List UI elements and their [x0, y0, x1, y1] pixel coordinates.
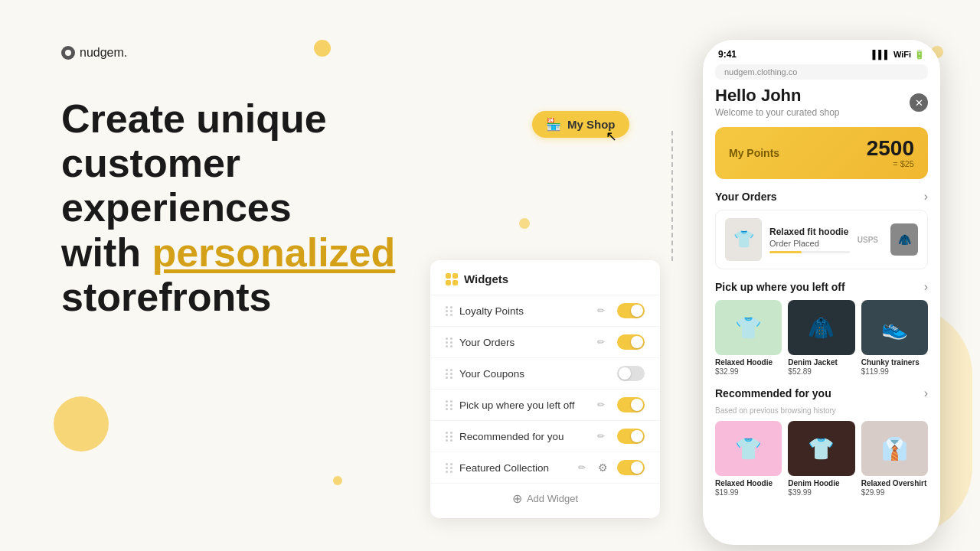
order-status-label: Order Placed	[769, 239, 850, 248]
product-card-chunky-trainers[interactable]: 👟 Chunky trainers $119.99	[861, 300, 928, 376]
toggle-recommended[interactable]	[617, 429, 645, 444]
logo-text: nudgem.	[80, 46, 127, 60]
phone-subtitle: Welcome to your curated shop	[715, 107, 928, 118]
toggle-your-coupons[interactable]	[617, 366, 645, 381]
product-price-relaxed-hoodie-rec: $19.99	[715, 488, 782, 497]
toggle-pick-up[interactable]	[617, 397, 645, 412]
drag-handle-pick-up[interactable]	[446, 400, 453, 410]
pick-up-product-grid: 👕 Relaxed Hoodie $32.99 🧥 Denim Jacket $…	[715, 300, 928, 376]
deco-circle-mid	[519, 218, 530, 229]
product-price-denim-jacket: $52.89	[788, 367, 854, 376]
product-name-denim-jacket: Denim Jacket	[788, 358, 854, 367]
product-img-chunky-trainers: 👟	[861, 300, 928, 355]
recommended-section-title: Recommended for you	[715, 387, 831, 399]
widget-item-your-orders[interactable]: Your Orders ✏	[430, 327, 660, 358]
product-price-denim-hoodie-rec: $39.99	[788, 488, 854, 497]
deco-circle-small	[333, 476, 342, 485]
pick-up-arrow-icon[interactable]: ›	[924, 280, 928, 294]
widget-panel: Widgets Loyalty Points ✏ Your Orders ✏ Y…	[430, 260, 660, 518]
gear-icon-featured-collection[interactable]: ⚙	[598, 461, 608, 474]
product-price-relaxed-hoodie: $32.99	[715, 367, 782, 376]
widget-panel-title: Widgets	[464, 272, 508, 285]
edit-icon-your-orders[interactable]: ✏	[597, 337, 605, 347]
toggle-featured-collection[interactable]	[617, 460, 645, 475]
recommended-section-header: Recommended for you ›	[715, 386, 928, 400]
signal-icon: ▌▌▌	[872, 50, 890, 59]
edit-icon-featured-collection[interactable]: ✏	[578, 462, 586, 473]
product-card-relaxed-overshirt-rec[interactable]: 👔 Relaxed Overshirt $29.99	[861, 421, 928, 497]
recommended-arrow-icon[interactable]: ›	[924, 386, 928, 400]
widget-panel-header: Widgets	[430, 260, 660, 295]
edit-icon-pick-up[interactable]: ✏	[597, 399, 605, 410]
widget-item-pick-up[interactable]: Pick up where you left off ✏	[430, 390, 660, 421]
order-card: 👕 Relaxed fit hoodie Order Placed USPS 🧥	[715, 210, 928, 269]
points-value: 2500 = $25	[867, 138, 914, 168]
product-img-relaxed-hoodie: 👕	[715, 300, 782, 355]
headline-line2: customer experiences	[61, 141, 429, 230]
orders-section-title: Your Orders	[715, 191, 777, 203]
widgets-grid-icon	[446, 273, 458, 285]
product-img-relaxed-overshirt-rec: 👔	[861, 421, 928, 476]
widget-item-loyalty-points[interactable]: Loyalty Points ✏	[430, 295, 660, 327]
headline-line3: with personalized	[61, 230, 429, 275]
product-card-relaxed-hoodie-rec[interactable]: 👕 Relaxed Hoodie $19.99	[715, 421, 782, 497]
widget-item-label-featured-collection: Featured Collection	[459, 462, 572, 474]
edit-icon-recommended[interactable]: ✏	[597, 431, 605, 442]
order-progress-bar-fill	[769, 251, 802, 253]
edit-icon-loyalty-points[interactable]: ✏	[597, 305, 605, 316]
toggle-loyalty-points[interactable]	[617, 303, 645, 318]
phone-mockup: 9:41 ▌▌▌ WiFi 🔋 nudgem.clothing.co Hello…	[703, 40, 940, 545]
drag-handle-your-coupons[interactable]	[446, 369, 453, 379]
order-product-image: 👕	[725, 218, 762, 261]
widget-item-label-pick-up: Pick up where you left off	[459, 399, 591, 411]
phone-greeting: Hello John	[715, 86, 928, 106]
product-price-relaxed-overshirt-rec: $29.99	[861, 488, 928, 497]
shop-icon: 🏪	[546, 117, 561, 132]
deco-circle-left	[54, 396, 109, 452]
product-card-denim-jacket[interactable]: 🧥 Denim Jacket $52.89	[788, 300, 854, 376]
widget-item-featured-collection[interactable]: Featured Collection ✏ ⚙	[430, 452, 660, 484]
cursor-pointer: ↖	[606, 128, 617, 145]
widget-item-recommended[interactable]: Recommended for you ✏	[430, 421, 660, 452]
product-card-denim-hoodie-rec[interactable]: 👕 Denim Hoodie $39.99	[788, 421, 854, 497]
logo: nudgem.	[61, 46, 429, 60]
widget-item-your-coupons[interactable]: Your Coupons	[430, 358, 660, 390]
product-price-chunky-trainers: $119.99	[861, 367, 928, 376]
headline-line1: Create unique	[61, 96, 429, 141]
pick-up-section-title: Pick up where you left off	[715, 281, 845, 293]
points-label: My Points	[729, 147, 779, 159]
logo-icon	[61, 46, 75, 60]
add-widget-button[interactable]: ⊕ Add Widget	[430, 484, 660, 509]
phone-time: 9:41	[718, 49, 737, 60]
orders-section-header: Your Orders ›	[715, 190, 928, 204]
recommended-section-subtitle: Based on previous browsing history	[715, 406, 928, 415]
recommended-product-grid: 👕 Relaxed Hoodie $19.99 👕 Denim Hoodie $…	[715, 421, 928, 497]
widget-item-label-your-coupons: Your Coupons	[459, 368, 611, 380]
phone-status-icons: ▌▌▌ WiFi 🔋	[872, 50, 925, 60]
order-secondary-image: 🧥	[890, 223, 918, 256]
product-img-denim-jacket: 🧥	[788, 300, 854, 355]
order-info: Relaxed fit hoodie Order Placed	[769, 227, 850, 253]
phone-close-button[interactable]: ✕	[910, 93, 928, 112]
product-name-relaxed-hoodie-rec: Relaxed Hoodie	[715, 479, 782, 488]
drag-handle-your-orders[interactable]	[446, 337, 453, 347]
drag-handle-featured-collection[interactable]	[446, 463, 453, 473]
drag-handle-recommended[interactable]	[446, 432, 453, 442]
widget-item-label-your-orders: Your Orders	[459, 337, 591, 348]
phone-content: Hello John Welcome to your curated shop …	[703, 86, 940, 530]
product-img-relaxed-hoodie-rec: 👕	[715, 421, 782, 476]
product-img-denim-hoodie-rec: 👕	[788, 421, 854, 476]
battery-icon: 🔋	[914, 50, 925, 60]
wifi-icon: WiFi	[893, 50, 911, 59]
drag-handle-loyalty-points[interactable]	[446, 306, 453, 316]
product-card-relaxed-hoodie[interactable]: 👕 Relaxed Hoodie $32.99	[715, 300, 782, 376]
phone-status-bar: 9:41 ▌▌▌ WiFi 🔋	[703, 40, 940, 64]
headline: Create unique customer experiences with …	[61, 96, 429, 319]
orders-arrow-icon[interactable]: ›	[924, 190, 928, 204]
toggle-your-orders[interactable]	[617, 334, 645, 350]
points-equiv: = $25	[867, 159, 914, 168]
headline-line4: storefronts	[61, 275, 429, 319]
add-widget-label: Add Widget	[527, 493, 578, 504]
order-product-name: Relaxed fit hoodie	[769, 227, 850, 237]
order-carrier-label: USPS	[858, 236, 878, 244]
